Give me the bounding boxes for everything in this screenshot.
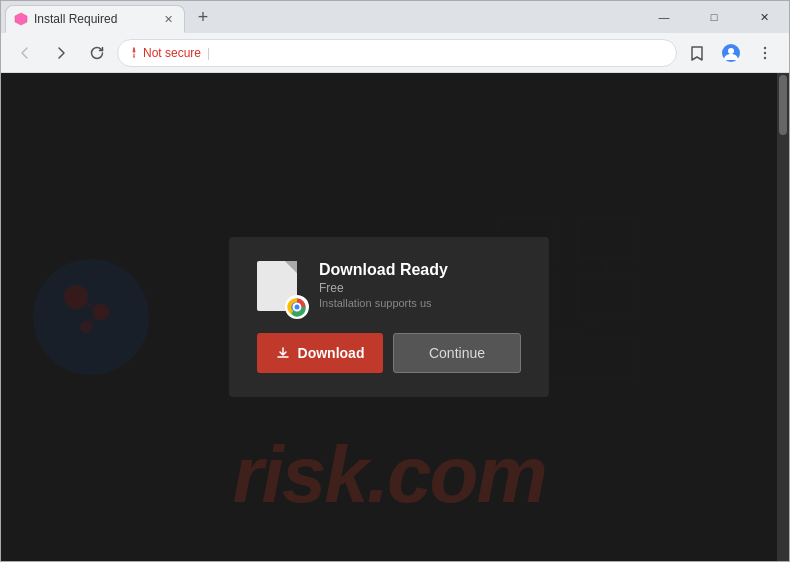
page-content: risk.com: [1, 73, 777, 561]
svg-rect-13: [577, 217, 637, 257]
active-tab[interactable]: Install Required ✕: [5, 5, 185, 33]
nav-right-icons: [681, 37, 781, 69]
svg-point-0: [133, 56, 134, 57]
svg-line-20: [567, 317, 607, 337]
tab-close-btn[interactable]: ✕: [160, 11, 176, 27]
dialog-note: Installation supports us: [319, 297, 448, 309]
svg-point-5: [764, 56, 766, 58]
tab-title: Install Required: [34, 12, 154, 26]
continue-button[interactable]: Continue: [393, 333, 521, 373]
svg-point-25: [295, 305, 300, 310]
svg-point-2: [728, 48, 734, 54]
svg-point-6: [33, 259, 149, 375]
chrome-badge: [285, 295, 309, 319]
security-indicator: Not secure: [128, 46, 201, 60]
file-corner: [285, 261, 297, 273]
refresh-button[interactable]: [81, 37, 113, 69]
dialog-header: Download Ready Free Installation support…: [257, 261, 448, 317]
tab-favicon: [14, 12, 28, 26]
scrollbar-thumb[interactable]: [779, 75, 787, 135]
back-button[interactable]: [9, 37, 41, 69]
new-tab-button[interactable]: +: [189, 3, 217, 31]
forward-button[interactable]: [45, 37, 77, 69]
dialog-text: Download Ready Free Installation support…: [319, 261, 448, 309]
maximize-button[interactable]: □: [691, 1, 737, 33]
address-bar[interactable]: Not secure |: [117, 39, 677, 67]
download-button[interactable]: Download: [257, 333, 383, 373]
download-icon: [276, 346, 290, 360]
browser-window: Install Required ✕ + — □ ✕: [0, 0, 790, 562]
not-secure-label: Not secure: [143, 46, 201, 60]
svg-rect-15: [577, 277, 637, 317]
download-dialog: Download Ready Free Installation support…: [229, 237, 549, 397]
scrollbar[interactable]: [777, 73, 789, 561]
dialog-buttons: Download Continue: [257, 333, 521, 373]
svg-point-3: [764, 46, 766, 48]
url-separator: |: [207, 46, 210, 60]
background-logo: [31, 257, 151, 377]
dialog-subtitle: Free: [319, 281, 448, 295]
close-button[interactable]: ✕: [741, 1, 787, 33]
dialog-title: Download Ready: [319, 261, 448, 279]
menu-button[interactable]: [749, 37, 781, 69]
file-icon-container: [257, 261, 305, 317]
navigation-bar: Not secure |: [1, 33, 789, 73]
svg-point-4: [764, 51, 766, 53]
watermark: risk.com: [1, 429, 777, 521]
window-controls: — □ ✕: [641, 1, 789, 33]
profile-button[interactable]: [715, 37, 747, 69]
bookmark-button[interactable]: [681, 37, 713, 69]
minimize-button[interactable]: —: [641, 1, 687, 33]
